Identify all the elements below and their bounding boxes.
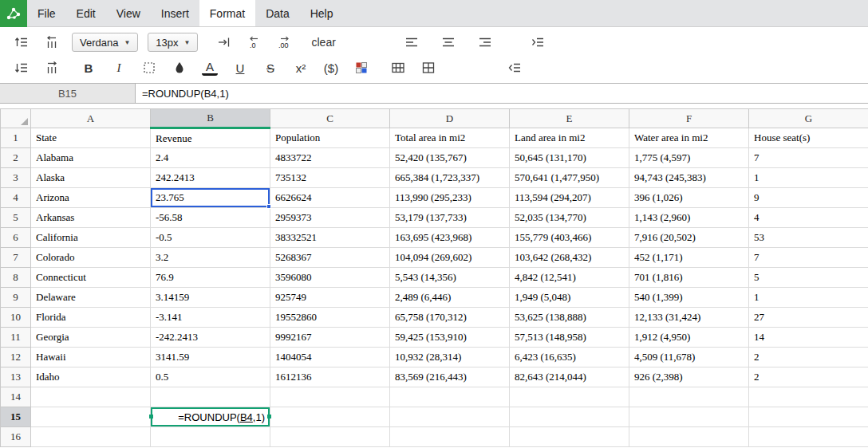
cell-G11[interactable]: 14	[749, 328, 868, 348]
cell-A5[interactable]: Arkansas	[31, 208, 151, 228]
cell-B8[interactable]: 76.9	[151, 268, 270, 288]
strikethrough-button[interactable]: S	[255, 57, 286, 78]
cell-B15[interactable]: =ROUNDUP(B4,1)	[151, 407, 270, 427]
cell-A8[interactable]: Connecticut	[31, 268, 151, 288]
cell-C14[interactable]	[270, 387, 390, 407]
cell-A7[interactable]: Colorado	[31, 248, 151, 268]
cell-A13[interactable]: Idaho	[31, 367, 151, 387]
cell-G9[interactable]: 1	[749, 288, 868, 308]
vertical-spacing-icon[interactable]	[6, 57, 37, 78]
cell-E15[interactable]	[510, 407, 629, 427]
cell-G14[interactable]	[749, 387, 868, 407]
cell-E4[interactable]: 113,594 (294,207)	[510, 188, 629, 208]
cell-A14[interactable]	[31, 387, 151, 407]
cell-G3[interactable]: 1	[749, 168, 868, 188]
horizontal-spacing-icon[interactable]	[37, 57, 67, 78]
row-header-15[interactable]: 15	[1, 407, 31, 427]
cell-reference-box[interactable]: B15	[0, 84, 136, 103]
italic-button[interactable]: I	[104, 57, 134, 78]
cell-B7[interactable]: 3.2	[151, 248, 270, 268]
cell-E12[interactable]: 6,423 (16,635)	[510, 348, 629, 367]
cell-F15[interactable]	[629, 407, 749, 427]
table-borders-icon[interactable]	[413, 57, 444, 78]
cell-B14[interactable]	[151, 387, 270, 407]
cell-F16[interactable]	[629, 427, 749, 447]
cell-D15[interactable]	[390, 407, 510, 427]
cell-C8[interactable]: 3596080	[270, 268, 390, 288]
cell-C1[interactable]: Population	[270, 128, 390, 148]
edit-range-handle-left[interactable]	[149, 415, 153, 419]
letter-spacing-icon[interactable]	[37, 32, 67, 53]
cell-D8[interactable]: 5,543 (14,356)	[390, 268, 510, 288]
cell-B9[interactable]: 3.14159	[151, 288, 270, 308]
column-header-A[interactable]: A	[31, 109, 151, 128]
bold-button[interactable]: B	[73, 57, 104, 78]
cell-C13[interactable]: 1612136	[270, 367, 390, 387]
cell-E1[interactable]: Land area in mi2	[510, 128, 629, 148]
increase-decimals-icon[interactable]: .00	[270, 32, 300, 53]
cell-B5[interactable]: -56.58	[151, 208, 270, 228]
cell-D9[interactable]: 2,489 (6,446)	[390, 288, 510, 308]
cell-D6[interactable]: 163,695 (423,968)	[390, 228, 510, 248]
cell-E10[interactable]: 53,625 (138,888)	[510, 308, 629, 328]
formula-input[interactable]: =ROUNDUP(B4,1)	[136, 84, 868, 103]
align-right-icon[interactable]	[470, 32, 500, 53]
cell-F12[interactable]: 4,509 (11,678)	[629, 348, 749, 367]
column-header-E[interactable]: E	[510, 109, 629, 128]
row-header-8[interactable]: 8	[1, 268, 31, 288]
cell-A2[interactable]: Alabama	[31, 148, 151, 168]
cell-F13[interactable]: 926 (2,398)	[629, 367, 749, 387]
row-header-1[interactable]: 1	[1, 128, 31, 148]
cell-B6[interactable]: -0.5	[151, 228, 270, 248]
cell-D14[interactable]	[390, 387, 510, 407]
cell-E11[interactable]: 57,513 (148,958)	[510, 328, 629, 348]
cell-B10[interactable]: -3.141	[151, 308, 270, 328]
cell-B3[interactable]: 242.2413	[151, 168, 270, 188]
cell-G8[interactable]: 5	[749, 268, 868, 288]
fill-color-icon[interactable]	[164, 57, 195, 78]
cell-F10[interactable]: 12,133 (31,424)	[629, 308, 749, 328]
superscript-icon[interactable]: x²	[286, 57, 316, 78]
cell-D13[interactable]: 83,569 (216,443)	[390, 367, 510, 387]
column-header-G[interactable]: G	[749, 109, 868, 128]
cell-G7[interactable]: 7	[749, 248, 868, 268]
cell-C4[interactable]: 6626624	[270, 188, 390, 208]
cell-D16[interactable]	[390, 427, 510, 447]
cell-C15[interactable]	[270, 407, 390, 427]
row-header-16[interactable]: 16	[1, 427, 31, 447]
indent-right-icon[interactable]	[523, 32, 553, 53]
cell-D11[interactable]: 59,425 (153,910)	[390, 328, 510, 348]
cell-E8[interactable]: 4,842 (12,541)	[510, 268, 629, 288]
row-header-13[interactable]: 13	[1, 367, 31, 387]
menu-item-data[interactable]: Data	[255, 0, 300, 26]
cell-C9[interactable]: 925749	[270, 288, 390, 308]
cell-F9[interactable]: 540 (1,399)	[629, 288, 749, 308]
row-header-4[interactable]: 4	[1, 188, 31, 208]
cell-A15[interactable]	[31, 407, 151, 427]
cell-F5[interactable]: 1,143 (2,960)	[629, 208, 749, 228]
cell-D10[interactable]: 65,758 (170,312)	[390, 308, 510, 328]
cell-G1[interactable]: House seat(s)	[749, 128, 868, 148]
cell-F1[interactable]: Water area in mi2	[629, 128, 749, 148]
cell-C6[interactable]: 38332521	[270, 228, 390, 248]
menu-item-insert[interactable]: Insert	[151, 0, 199, 26]
cell-D3[interactable]: 665,384 (1,723,337)	[390, 168, 510, 188]
cell-E5[interactable]: 52,035 (134,770)	[510, 208, 629, 228]
cell-E6[interactable]: 155,779 (403,466)	[510, 228, 629, 248]
cell-A10[interactable]: Florida	[31, 308, 151, 328]
align-left-icon[interactable]	[397, 32, 427, 53]
menu-item-help[interactable]: Help	[300, 0, 344, 26]
cell-G6[interactable]: 53	[749, 228, 868, 248]
column-header-F[interactable]: F	[629, 109, 749, 128]
cell-D2[interactable]: 52,420 (135,767)	[390, 148, 510, 168]
cell-E13[interactable]: 82,643 (214,044)	[510, 367, 629, 387]
column-header-C[interactable]: C	[270, 109, 390, 128]
cell-F4[interactable]: 396 (1,026)	[629, 188, 749, 208]
cell-C3[interactable]: 735132	[270, 168, 390, 188]
cell-D1[interactable]: Total area in mi2	[390, 128, 510, 148]
row-header-12[interactable]: 12	[1, 348, 31, 367]
cell-F14[interactable]	[629, 387, 749, 407]
select-all-corner[interactable]	[1, 109, 31, 128]
cell-border-icon[interactable]	[134, 57, 164, 78]
menu-item-file[interactable]: File	[27, 0, 66, 26]
